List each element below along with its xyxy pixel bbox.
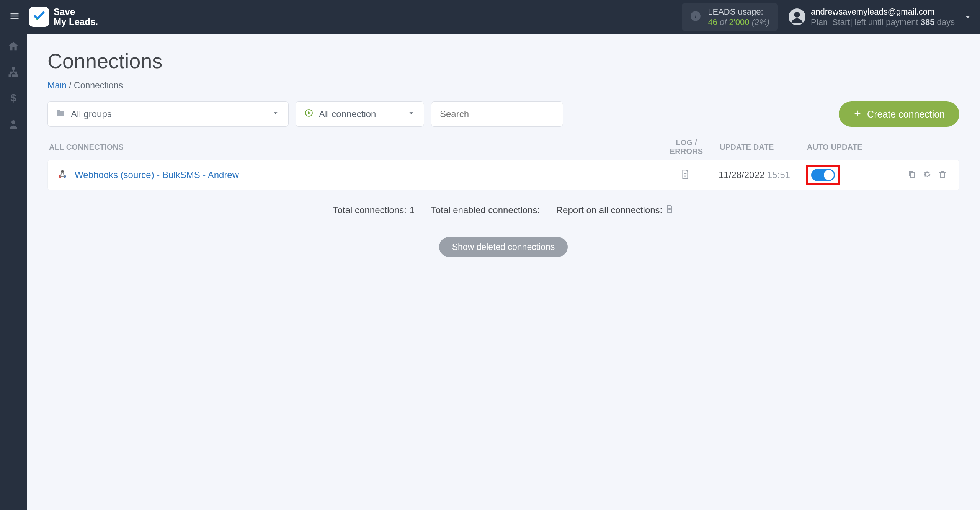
status-select-label: All connection — [319, 109, 376, 119]
sidebar-item-home[interactable] — [0, 34, 27, 60]
create-connection-label: Create connection — [867, 109, 945, 120]
auto-update-cell — [806, 165, 879, 185]
folder-icon — [56, 108, 65, 120]
show-deleted-label: Show deleted connections — [452, 242, 555, 252]
svg-point-5 — [11, 120, 15, 124]
breadcrumb-main[interactable]: Main — [47, 80, 67, 90]
copy-icon — [907, 170, 916, 180]
summary-row: Total connections: 1 Total enabled conne… — [47, 205, 959, 216]
menu-toggle[interactable] — [7, 9, 22, 25]
gear-icon — [923, 170, 932, 180]
usage-of: of — [720, 17, 727, 27]
topbar-right: i LEADS usage: 46 of 2'000 (2%) andrewsa… — [682, 3, 973, 31]
sidebar-item-profile[interactable] — [0, 112, 27, 138]
user-icon — [8, 118, 19, 131]
create-connection-button[interactable]: Create connection — [839, 101, 959, 127]
summary-enabled-label: Total enabled connections: — [431, 205, 540, 216]
col-log: LOG / ERRORS — [662, 138, 711, 156]
search-input[interactable] — [440, 109, 554, 119]
usage-pct: (2%) — [752, 17, 769, 27]
svg-point-3 — [794, 12, 800, 18]
webhook-icon — [57, 169, 68, 181]
col-all: ALL CONNECTIONS — [49, 143, 662, 152]
settings-button[interactable] — [921, 169, 933, 181]
brand[interactable]: Save My Leads. — [29, 7, 98, 27]
leads-usage-box[interactable]: i LEADS usage: 46 of 2'000 (2%) — [682, 3, 778, 31]
svg-text:i: i — [695, 12, 697, 20]
update-date: 11/28/2022 — [719, 170, 764, 180]
column-headers: ALL CONNECTIONS LOG / ERRORS UPDATE DATE… — [47, 138, 959, 156]
summary-total-value: 1 — [410, 205, 415, 216]
plan-days: 385 — [921, 17, 935, 27]
chevron-down-icon — [271, 109, 280, 119]
summary-total-label: Total connections: — [333, 205, 407, 216]
hamburger-icon — [9, 11, 20, 23]
usage-total: 2'000 — [729, 17, 749, 27]
account-menu[interactable]: andrewsavemyleads@gmail.com Plan |Start|… — [789, 7, 973, 28]
groups-select[interactable]: All groups — [47, 101, 289, 127]
account-email: andrewsavemyleads@gmail.com — [811, 7, 955, 17]
connection-name-cell: Webhooks (source) - BulkSMS - Andrew — [48, 169, 660, 181]
highlight-annotation — [806, 165, 840, 185]
brand-logo — [29, 7, 49, 27]
brand-text: Save My Leads. — [54, 7, 98, 27]
brand-line1: Save — [54, 7, 98, 17]
chevron-down-icon — [962, 11, 973, 22]
topbar-left: Save My Leads. — [0, 7, 98, 27]
info-icon: i — [690, 11, 701, 23]
search-field-wrap — [431, 101, 563, 127]
delete-button[interactable] — [937, 169, 948, 181]
svg-text:$: $ — [10, 92, 16, 104]
sitemap-icon — [8, 66, 19, 79]
controls-row: All groups All connection Create connect… — [47, 101, 959, 127]
plan-prefix: Plan |Start| left until payment — [811, 17, 921, 27]
usage-label: LEADS usage: — [708, 7, 769, 17]
update-time: 15:51 — [767, 170, 790, 180]
usage-used: 46 — [708, 17, 717, 27]
home-icon — [8, 40, 19, 53]
breadcrumb-sep: / — [67, 80, 74, 90]
col-update: UPDATE DATE — [711, 143, 807, 152]
document-icon — [665, 205, 674, 216]
show-deleted-button[interactable]: Show deleted connections — [439, 237, 568, 257]
connection-row: Webhooks (source) - BulkSMS - Andrew 11/… — [47, 160, 959, 190]
breadcrumb: Main / Connections — [47, 80, 959, 91]
sidebar: $ — [0, 34, 27, 510]
toggle-knob — [824, 170, 834, 180]
status-select[interactable]: All connection — [296, 101, 424, 127]
play-circle-icon — [304, 108, 314, 120]
summary-enabled: Total enabled connections: — [431, 205, 540, 216]
main: Connections Main / Connections All group… — [27, 34, 980, 510]
col-auto: AUTO UPDATE — [807, 143, 880, 152]
dollar-icon: $ — [8, 92, 19, 105]
summary-report[interactable]: Report on all connections: — [556, 205, 674, 216]
sidebar-item-billing[interactable]: $ — [0, 86, 27, 112]
usage-text: LEADS usage: 46 of 2'000 (2%) — [708, 7, 769, 28]
trash-icon — [938, 170, 947, 180]
plan-suffix: days — [934, 17, 955, 27]
connection-link[interactable]: Webhooks (source) - BulkSMS - Andrew — [75, 170, 239, 180]
copy-button[interactable] — [906, 169, 918, 181]
account-text: andrewsavemyleads@gmail.com Plan |Start|… — [811, 7, 955, 28]
usage-values: 46 of 2'000 (2%) — [708, 17, 769, 28]
row-actions — [879, 169, 959, 181]
chevron-down-icon — [407, 109, 415, 119]
avatar-icon — [789, 8, 805, 25]
log-cell[interactable] — [660, 169, 710, 181]
plus-icon — [853, 109, 862, 120]
summary-report-label: Report on all connections: — [556, 205, 663, 216]
breadcrumb-current: Connections — [74, 80, 123, 90]
groups-select-label: All groups — [71, 109, 112, 119]
topbar: Save My Leads. i LEADS usage: 46 of 2'00… — [0, 0, 980, 34]
summary-total: Total connections: 1 — [333, 205, 415, 216]
check-icon — [32, 9, 46, 25]
brand-line2: My Leads. — [54, 17, 98, 27]
update-cell: 11/28/2022 15:51 — [710, 170, 806, 180]
account-plan: Plan |Start| left until payment 385 days — [811, 17, 955, 28]
page-title: Connections — [47, 49, 959, 73]
sidebar-item-connections[interactable] — [0, 60, 27, 86]
auto-update-toggle[interactable] — [811, 169, 835, 181]
document-icon — [680, 169, 690, 181]
